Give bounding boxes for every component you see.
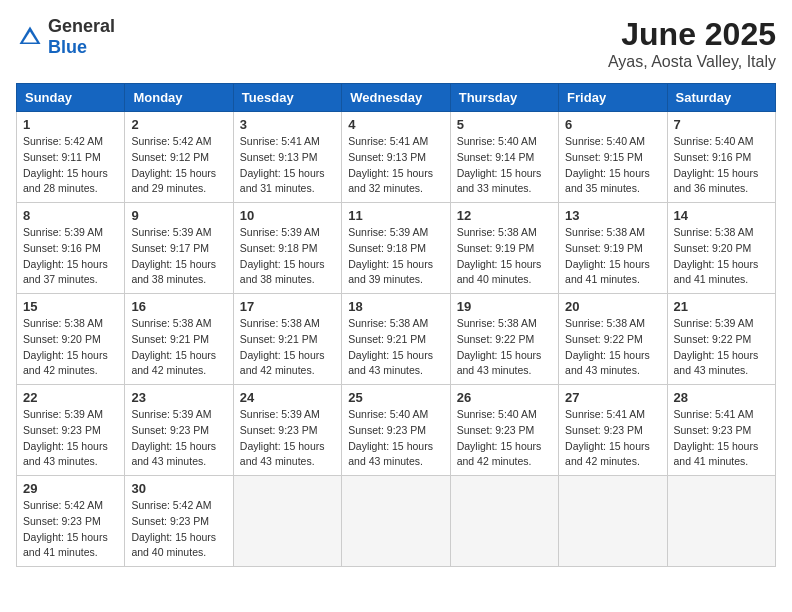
- day-number: 22: [23, 390, 118, 405]
- calendar-cell: 20Sunrise: 5:38 AMSunset: 9:22 PMDayligh…: [559, 294, 667, 385]
- day-info: Sunrise: 5:38 AMSunset: 9:19 PMDaylight:…: [457, 225, 552, 288]
- day-info: Sunrise: 5:38 AMSunset: 9:22 PMDaylight:…: [565, 316, 660, 379]
- header-monday: Monday: [125, 84, 233, 112]
- calendar-cell: 16Sunrise: 5:38 AMSunset: 9:21 PMDayligh…: [125, 294, 233, 385]
- calendar-cell: 23Sunrise: 5:39 AMSunset: 9:23 PMDayligh…: [125, 385, 233, 476]
- calendar-cell: 25Sunrise: 5:40 AMSunset: 9:23 PMDayligh…: [342, 385, 450, 476]
- calendar-cell: 28Sunrise: 5:41 AMSunset: 9:23 PMDayligh…: [667, 385, 775, 476]
- calendar-cell: 11Sunrise: 5:39 AMSunset: 9:18 PMDayligh…: [342, 203, 450, 294]
- day-number: 18: [348, 299, 443, 314]
- calendar-cell: 5Sunrise: 5:40 AMSunset: 9:14 PMDaylight…: [450, 112, 558, 203]
- calendar-cell: 4Sunrise: 5:41 AMSunset: 9:13 PMDaylight…: [342, 112, 450, 203]
- day-info: Sunrise: 5:39 AMSunset: 9:23 PMDaylight:…: [240, 407, 335, 470]
- calendar-cell: [450, 476, 558, 567]
- day-number: 1: [23, 117, 118, 132]
- day-info: Sunrise: 5:42 AMSunset: 9:12 PMDaylight:…: [131, 134, 226, 197]
- calendar-cell: 19Sunrise: 5:38 AMSunset: 9:22 PMDayligh…: [450, 294, 558, 385]
- week-row-2: 8Sunrise: 5:39 AMSunset: 9:16 PMDaylight…: [17, 203, 776, 294]
- calendar-cell: 17Sunrise: 5:38 AMSunset: 9:21 PMDayligh…: [233, 294, 341, 385]
- calendar-cell: [342, 476, 450, 567]
- day-number: 12: [457, 208, 552, 223]
- logo-icon: [16, 23, 44, 51]
- day-info: Sunrise: 5:38 AMSunset: 9:21 PMDaylight:…: [131, 316, 226, 379]
- day-info: Sunrise: 5:41 AMSunset: 9:23 PMDaylight:…: [565, 407, 660, 470]
- day-info: Sunrise: 5:40 AMSunset: 9:23 PMDaylight:…: [348, 407, 443, 470]
- day-info: Sunrise: 5:38 AMSunset: 9:20 PMDaylight:…: [674, 225, 769, 288]
- header: General Blue June 2025 Ayas, Aosta Valle…: [16, 16, 776, 71]
- week-row-1: 1Sunrise: 5:42 AMSunset: 9:11 PMDaylight…: [17, 112, 776, 203]
- calendar-cell: 6Sunrise: 5:40 AMSunset: 9:15 PMDaylight…: [559, 112, 667, 203]
- day-info: Sunrise: 5:42 AMSunset: 9:11 PMDaylight:…: [23, 134, 118, 197]
- logo: General Blue: [16, 16, 115, 58]
- header-sunday: Sunday: [17, 84, 125, 112]
- day-number: 13: [565, 208, 660, 223]
- day-number: 25: [348, 390, 443, 405]
- day-number: 2: [131, 117, 226, 132]
- day-number: 14: [674, 208, 769, 223]
- day-number: 17: [240, 299, 335, 314]
- calendar-cell: 8Sunrise: 5:39 AMSunset: 9:16 PMDaylight…: [17, 203, 125, 294]
- header-thursday: Thursday: [450, 84, 558, 112]
- calendar-cell: 24Sunrise: 5:39 AMSunset: 9:23 PMDayligh…: [233, 385, 341, 476]
- calendar-cell: 9Sunrise: 5:39 AMSunset: 9:17 PMDaylight…: [125, 203, 233, 294]
- calendar-cell: 10Sunrise: 5:39 AMSunset: 9:18 PMDayligh…: [233, 203, 341, 294]
- day-info: Sunrise: 5:40 AMSunset: 9:15 PMDaylight:…: [565, 134, 660, 197]
- day-number: 10: [240, 208, 335, 223]
- day-number: 16: [131, 299, 226, 314]
- calendar-cell: 22Sunrise: 5:39 AMSunset: 9:23 PMDayligh…: [17, 385, 125, 476]
- day-info: Sunrise: 5:38 AMSunset: 9:19 PMDaylight:…: [565, 225, 660, 288]
- calendar: Sunday Monday Tuesday Wednesday Thursday…: [16, 83, 776, 567]
- day-number: 8: [23, 208, 118, 223]
- weekday-header-row: Sunday Monday Tuesday Wednesday Thursday…: [17, 84, 776, 112]
- day-number: 5: [457, 117, 552, 132]
- logo-general: General: [48, 16, 115, 36]
- day-info: Sunrise: 5:38 AMSunset: 9:20 PMDaylight:…: [23, 316, 118, 379]
- day-number: 26: [457, 390, 552, 405]
- calendar-cell: [233, 476, 341, 567]
- day-number: 28: [674, 390, 769, 405]
- day-number: 29: [23, 481, 118, 496]
- day-info: Sunrise: 5:41 AMSunset: 9:23 PMDaylight:…: [674, 407, 769, 470]
- day-number: 30: [131, 481, 226, 496]
- title-area: June 2025 Ayas, Aosta Valley, Italy: [608, 16, 776, 71]
- header-wednesday: Wednesday: [342, 84, 450, 112]
- day-info: Sunrise: 5:39 AMSunset: 9:16 PMDaylight:…: [23, 225, 118, 288]
- day-info: Sunrise: 5:41 AMSunset: 9:13 PMDaylight:…: [348, 134, 443, 197]
- calendar-cell: [667, 476, 775, 567]
- week-row-5: 29Sunrise: 5:42 AMSunset: 9:23 PMDayligh…: [17, 476, 776, 567]
- day-info: Sunrise: 5:38 AMSunset: 9:21 PMDaylight:…: [348, 316, 443, 379]
- day-info: Sunrise: 5:42 AMSunset: 9:23 PMDaylight:…: [23, 498, 118, 561]
- day-number: 3: [240, 117, 335, 132]
- day-info: Sunrise: 5:38 AMSunset: 9:21 PMDaylight:…: [240, 316, 335, 379]
- day-info: Sunrise: 5:39 AMSunset: 9:18 PMDaylight:…: [240, 225, 335, 288]
- day-number: 4: [348, 117, 443, 132]
- day-number: 19: [457, 299, 552, 314]
- week-row-4: 22Sunrise: 5:39 AMSunset: 9:23 PMDayligh…: [17, 385, 776, 476]
- day-number: 21: [674, 299, 769, 314]
- day-number: 23: [131, 390, 226, 405]
- day-info: Sunrise: 5:39 AMSunset: 9:22 PMDaylight:…: [674, 316, 769, 379]
- location-title: Ayas, Aosta Valley, Italy: [608, 53, 776, 71]
- day-info: Sunrise: 5:40 AMSunset: 9:16 PMDaylight:…: [674, 134, 769, 197]
- day-number: 24: [240, 390, 335, 405]
- calendar-cell: [559, 476, 667, 567]
- day-number: 7: [674, 117, 769, 132]
- logo-wordmark: General Blue: [48, 16, 115, 58]
- calendar-cell: 21Sunrise: 5:39 AMSunset: 9:22 PMDayligh…: [667, 294, 775, 385]
- day-number: 9: [131, 208, 226, 223]
- week-row-3: 15Sunrise: 5:38 AMSunset: 9:20 PMDayligh…: [17, 294, 776, 385]
- day-info: Sunrise: 5:41 AMSunset: 9:13 PMDaylight:…: [240, 134, 335, 197]
- logo-blue: Blue: [48, 37, 87, 57]
- header-friday: Friday: [559, 84, 667, 112]
- calendar-cell: 13Sunrise: 5:38 AMSunset: 9:19 PMDayligh…: [559, 203, 667, 294]
- calendar-cell: 3Sunrise: 5:41 AMSunset: 9:13 PMDaylight…: [233, 112, 341, 203]
- calendar-cell: 1Sunrise: 5:42 AMSunset: 9:11 PMDaylight…: [17, 112, 125, 203]
- day-info: Sunrise: 5:38 AMSunset: 9:22 PMDaylight:…: [457, 316, 552, 379]
- day-info: Sunrise: 5:39 AMSunset: 9:23 PMDaylight:…: [131, 407, 226, 470]
- day-info: Sunrise: 5:39 AMSunset: 9:17 PMDaylight:…: [131, 225, 226, 288]
- day-number: 6: [565, 117, 660, 132]
- day-info: Sunrise: 5:40 AMSunset: 9:23 PMDaylight:…: [457, 407, 552, 470]
- calendar-cell: 27Sunrise: 5:41 AMSunset: 9:23 PMDayligh…: [559, 385, 667, 476]
- calendar-cell: 18Sunrise: 5:38 AMSunset: 9:21 PMDayligh…: [342, 294, 450, 385]
- day-info: Sunrise: 5:42 AMSunset: 9:23 PMDaylight:…: [131, 498, 226, 561]
